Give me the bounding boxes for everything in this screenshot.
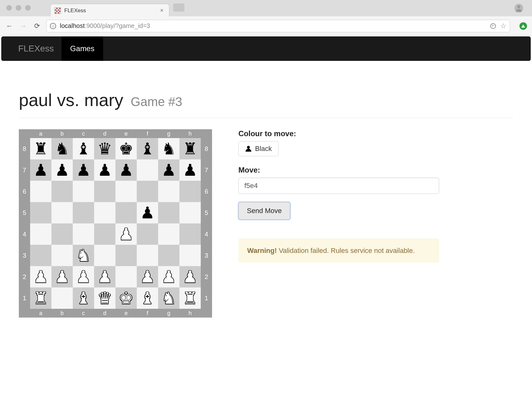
square-f6[interactable] — [137, 181, 158, 202]
square-b7[interactable]: ♟ — [51, 159, 73, 181]
square-b4[interactable] — [51, 223, 73, 245]
square-e2[interactable] — [115, 266, 137, 287]
square-c5[interactable] — [73, 202, 94, 223]
piece-bP[interactable]: ♟ — [34, 161, 48, 179]
square-h2[interactable]: ♟ — [179, 266, 201, 287]
piece-bQ[interactable]: ♛ — [98, 139, 112, 158]
piece-wP[interactable]: ♟ — [98, 267, 112, 286]
piece-wP[interactable]: ♟ — [76, 267, 91, 286]
square-e1[interactable]: ♚ — [115, 287, 137, 309]
square-d1[interactable]: ♛ — [94, 287, 115, 309]
piece-bB[interactable]: ♝ — [76, 139, 91, 158]
square-d2[interactable]: ♟ — [94, 266, 115, 287]
square-e3[interactable] — [115, 245, 137, 266]
window-controls[interactable] — [6, 5, 31, 11]
square-a5[interactable] — [30, 202, 51, 223]
piece-wR[interactable]: ♜ — [34, 289, 48, 308]
square-b3[interactable] — [51, 245, 73, 266]
square-b2[interactable]: ♟ — [51, 266, 73, 287]
square-a2[interactable]: ♟ — [30, 266, 51, 287]
piece-wB[interactable]: ♝ — [140, 289, 155, 308]
square-d4[interactable] — [94, 223, 115, 245]
square-h5[interactable] — [179, 202, 201, 223]
square-h1[interactable]: ♜ — [179, 287, 201, 309]
piece-wP[interactable]: ♟ — [119, 225, 134, 243]
nav-item-games[interactable]: Games — [61, 36, 103, 61]
zoom-icon[interactable] — [490, 23, 496, 29]
piece-wN[interactable]: ♞ — [76, 246, 91, 265]
square-c7[interactable]: ♟ — [73, 159, 94, 181]
reload-button[interactable]: ⟳ — [33, 22, 41, 30]
close-tab-icon[interactable]: × — [159, 7, 165, 14]
piece-wP[interactable]: ♟ — [34, 267, 48, 286]
square-d6[interactable] — [94, 181, 115, 202]
piece-wP[interactable]: ♟ — [140, 267, 155, 286]
piece-bK[interactable]: ♚ — [119, 139, 134, 158]
square-e6[interactable] — [115, 181, 137, 202]
square-d8[interactable]: ♛ — [94, 138, 115, 159]
piece-bP[interactable]: ♟ — [55, 161, 70, 179]
square-h7[interactable]: ♟ — [179, 159, 201, 181]
square-c3[interactable]: ♞ — [73, 245, 94, 266]
square-c6[interactable] — [73, 181, 94, 202]
piece-bP[interactable]: ♟ — [140, 203, 155, 222]
square-e4[interactable]: ♟ — [115, 223, 137, 245]
square-f8[interactable]: ♝ — [137, 138, 158, 159]
browser-tab[interactable]: FLEXess × — [50, 4, 169, 16]
piece-bP[interactable]: ♟ — [76, 161, 91, 179]
square-b1[interactable] — [51, 287, 73, 309]
send-move-button[interactable]: Send Move — [238, 202, 290, 220]
piece-wB[interactable]: ♝ — [76, 289, 91, 308]
piece-bR[interactable]: ♜ — [34, 139, 48, 158]
bookmark-star-icon[interactable]: ☆ — [500, 22, 507, 30]
square-h8[interactable]: ♜ — [179, 138, 201, 159]
square-h3[interactable] — [179, 245, 201, 266]
square-g4[interactable] — [158, 223, 179, 245]
square-a6[interactable] — [30, 181, 51, 202]
piece-wQ[interactable]: ♛ — [98, 289, 112, 308]
square-d5[interactable] — [94, 202, 115, 223]
square-e7[interactable]: ♟ — [115, 159, 137, 181]
square-g6[interactable] — [158, 181, 179, 202]
square-e5[interactable] — [115, 202, 137, 223]
square-a8[interactable]: ♜ — [30, 138, 51, 159]
move-input[interactable] — [238, 178, 439, 194]
square-a3[interactable] — [30, 245, 51, 266]
brand-link[interactable]: FLEXess — [11, 36, 61, 61]
square-f2[interactable]: ♟ — [137, 266, 158, 287]
square-g5[interactable] — [158, 202, 179, 223]
square-a1[interactable]: ♜ — [30, 287, 51, 309]
profile-avatar-icon[interactable] — [514, 4, 523, 13]
piece-bR[interactable]: ♜ — [183, 139, 198, 158]
piece-bN[interactable]: ♞ — [55, 139, 70, 158]
forward-button[interactable]: → — [19, 22, 28, 30]
piece-bB[interactable]: ♝ — [140, 139, 155, 158]
site-info-icon[interactable]: i — [50, 23, 56, 29]
square-f3[interactable] — [137, 245, 158, 266]
piece-bP[interactable]: ♟ — [119, 161, 134, 179]
square-c8[interactable]: ♝ — [73, 138, 94, 159]
new-tab-button[interactable] — [173, 3, 184, 12]
window-min-dot[interactable] — [16, 5, 21, 11]
address-bar[interactable]: i localhost:9000/play/?game_id=3 ☆ — [46, 20, 510, 32]
chess-board[interactable]: abcdefgh8♜♞♝♛♚♝♞♜87♟♟♟♟♟♟♟7665♟54♟43♞32♟… — [19, 129, 212, 318]
square-c2[interactable]: ♟ — [73, 266, 94, 287]
piece-wP[interactable]: ♟ — [55, 267, 70, 286]
back-button[interactable]: ← — [5, 22, 14, 30]
square-e8[interactable]: ♚ — [115, 138, 137, 159]
piece-wN[interactable]: ♞ — [162, 289, 176, 308]
square-c4[interactable] — [73, 223, 94, 245]
square-a7[interactable]: ♟ — [30, 159, 51, 181]
square-f5[interactable]: ♟ — [137, 202, 158, 223]
piece-bN[interactable]: ♞ — [162, 139, 176, 158]
square-f1[interactable]: ♝ — [137, 287, 158, 309]
piece-bP[interactable]: ♟ — [183, 161, 198, 179]
piece-wR[interactable]: ♜ — [183, 289, 198, 308]
extension-icon[interactable] — [519, 22, 527, 30]
square-c1[interactable]: ♝ — [73, 287, 94, 309]
window-close-dot[interactable] — [6, 5, 12, 11]
square-d3[interactable] — [94, 245, 115, 266]
square-f7[interactable] — [137, 159, 158, 181]
square-g3[interactable] — [158, 245, 179, 266]
piece-wP[interactable]: ♟ — [162, 267, 176, 286]
